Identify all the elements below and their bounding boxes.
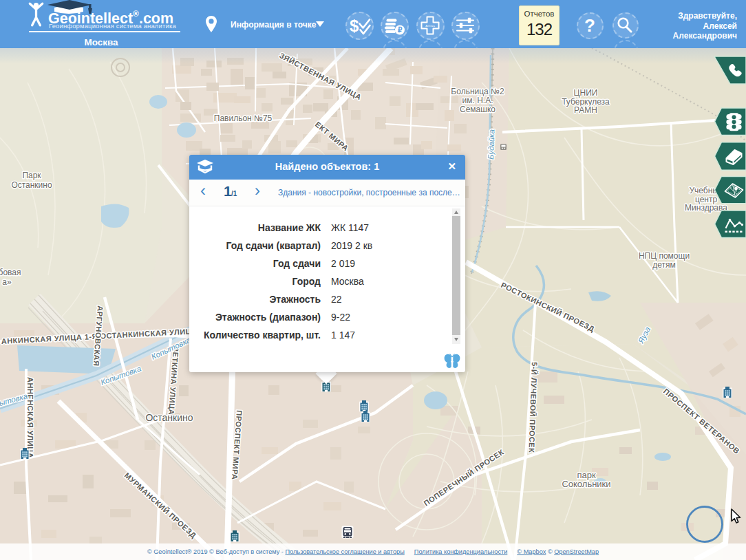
- svg-text:РАМН: РАМН: [574, 105, 597, 115]
- svg-text:бовая: бовая: [0, 268, 21, 277]
- svg-text:Останкино: Останкино: [11, 180, 52, 190]
- svg-text:детям: детям: [652, 260, 676, 270]
- svg-text:Будайка: Будайка: [487, 129, 496, 160]
- svg-text:Больница №2: Больница №2: [451, 87, 504, 96]
- svg-text:АННЕНСКАЯ УЛИЦА: АННЕНСКАЯ УЛИЦА: [26, 377, 34, 458]
- svg-text:Останкино: Останкино: [145, 412, 193, 423]
- svg-text:$: $: [350, 17, 359, 35]
- svg-text:Аптека: Аптека: [425, 24, 435, 28]
- svg-text:а»: а»: [2, 277, 12, 287]
- svg-text:ЦНИИ: ЦНИИ: [574, 88, 598, 98]
- svg-text:?: ?: [584, 15, 595, 36]
- svg-text:Семашко: Семашко: [460, 105, 495, 114]
- svg-text:НПЦ помощи: НПЦ помощи: [639, 251, 690, 261]
- svg-text:Павильон №75: Павильон №75: [214, 114, 273, 123]
- svg-text:им. Н.А.: им. Н.А.: [462, 96, 493, 105]
- svg-text:Парк: Парк: [22, 171, 41, 180]
- svg-text:₽: ₽: [398, 26, 403, 34]
- svg-text:Сокольники: Сокольники: [562, 479, 610, 489]
